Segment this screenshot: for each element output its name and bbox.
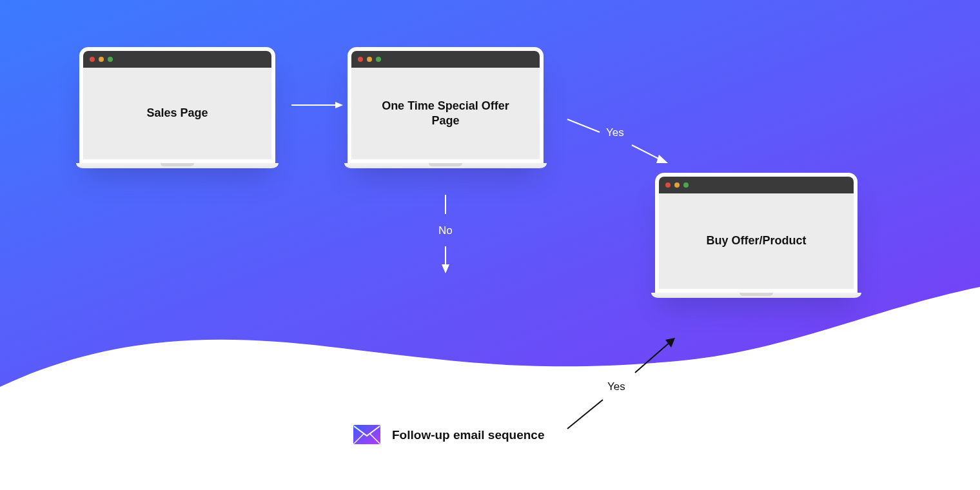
svg-line-9 bbox=[567, 400, 603, 429]
label-no: No bbox=[438, 224, 453, 237]
svg-line-3 bbox=[567, 119, 600, 132]
svg-marker-2 bbox=[335, 102, 343, 108]
svg-line-10 bbox=[635, 342, 671, 373]
svg-marker-11 bbox=[665, 338, 675, 348]
svg-marker-8 bbox=[442, 264, 449, 273]
label-yes-2: Yes bbox=[607, 380, 625, 393]
email-label: Follow-up email sequence bbox=[392, 428, 545, 442]
svg-rect-12 bbox=[353, 425, 380, 444]
svg-marker-5 bbox=[656, 155, 668, 163]
arrows-overlay bbox=[0, 0, 980, 490]
svg-line-4 bbox=[632, 145, 661, 160]
email-icon bbox=[353, 424, 381, 447]
label-yes-1: Yes bbox=[606, 126, 624, 139]
